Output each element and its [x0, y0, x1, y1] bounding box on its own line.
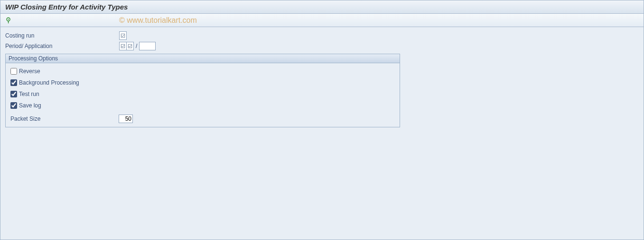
app-window: WIP Closing Entry for Activity Types © w… — [0, 0, 644, 240]
row-savelog: Save log — [10, 101, 395, 110]
row-reverse: Reverse — [10, 67, 395, 76]
save-log-label: Save log — [19, 102, 41, 109]
costing-run-label: Costing run — [5, 32, 119, 39]
row-background: Background Processing — [10, 78, 395, 87]
save-log-checkbox[interactable] — [10, 102, 17, 109]
period-input[interactable] — [119, 42, 127, 50]
reverse-checkbox[interactable] — [10, 68, 17, 75]
costing-run-input[interactable] — [119, 31, 127, 40]
processing-options-group: Processing Options Reverse Background Pr… — [5, 54, 400, 127]
processing-options-title: Processing Options — [6, 54, 400, 63]
reverse-label: Reverse — [19, 68, 40, 75]
period-separator: / — [136, 43, 137, 49]
test-run-checkbox[interactable] — [10, 91, 17, 97]
period-input-2[interactable] — [126, 42, 134, 50]
background-processing-checkbox[interactable] — [10, 79, 17, 86]
content-area: Costing run Period/ Application / Proces… — [0, 27, 644, 131]
watermark-text: © www.tutorialkart.com — [119, 16, 197, 25]
packet-size-label: Packet Size — [10, 115, 119, 122]
test-run-label: Test run — [19, 91, 39, 97]
execute-icon[interactable] — [5, 17, 12, 24]
packet-size-input[interactable] — [119, 115, 133, 123]
page-title: WIP Closing Entry for Activity Types — [5, 3, 128, 11]
row-costing-run: Costing run — [5, 31, 639, 40]
application-input[interactable] — [139, 42, 156, 50]
toolbar: © www.tutorialkart.com — [0, 14, 644, 27]
background-processing-label: Background Processing — [19, 79, 79, 86]
period-app-label: Period/ Application — [5, 43, 119, 49]
period-app-input-group: / — [119, 42, 156, 50]
title-bar: WIP Closing Entry for Activity Types — [0, 0, 644, 14]
row-packet-size: Packet Size — [10, 115, 395, 123]
row-period-application: Period/ Application / — [5, 41, 639, 51]
svg-point-1 — [8, 19, 9, 19]
row-testrun: Test run — [10, 90, 395, 98]
